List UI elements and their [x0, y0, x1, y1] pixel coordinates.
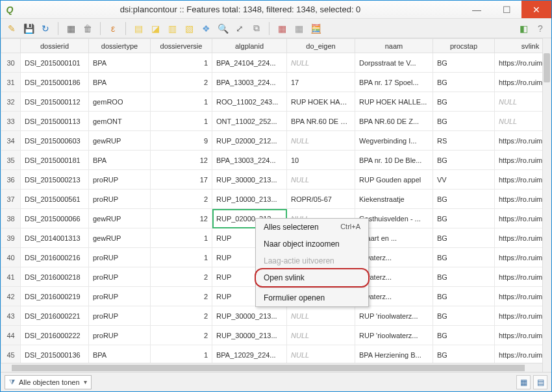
cell-procstap[interactable]: BG	[433, 53, 495, 73]
cell-do_eigen[interactable]: BPA NR.60 DE Z...	[287, 112, 355, 131]
cell-dossierversie[interactable]: 2	[151, 267, 212, 287]
context-menu-item[interactable]: Formulier openen	[256, 289, 368, 306]
cell-dossiertype[interactable]: proRUP	[89, 326, 151, 345]
cell-dossierversie[interactable]: 1	[151, 92, 212, 112]
cell-dossierid[interactable]: DSI_2016000221	[21, 306, 89, 326]
edit-icon[interactable]: ✎	[5, 21, 19, 36]
cell-dossiertype[interactable]: proRUP	[89, 190, 151, 209]
column-header-dossiertype[interactable]: dossiertype	[89, 39, 151, 53]
cell-algplanid[interactable]: BPA_12029_224...	[212, 345, 287, 365]
row-number[interactable]: 37	[1, 190, 21, 209]
cell-dossiertype[interactable]: proRUP	[89, 267, 151, 287]
cell-procstap[interactable]: BG	[433, 267, 495, 287]
conditional-format-icon[interactable]: ◧	[516, 21, 531, 36]
cell-dossiertype[interactable]: gemROO	[89, 92, 151, 112]
cell-dossierid[interactable]: DSI_2015000136	[21, 345, 89, 365]
cell-naam[interactable]: RUP 'rioolwaterz...	[355, 306, 433, 326]
row-number[interactable]: 45	[1, 345, 21, 365]
column-header-procstap[interactable]: procstap	[433, 39, 495, 53]
expression-icon[interactable]: ε	[106, 21, 120, 36]
cell-dossierid[interactable]: DSI_2015000101	[21, 53, 89, 73]
filter-selection-icon[interactable]: ▧	[182, 21, 196, 36]
cell-do_eigen[interactable]: ROPR/05-67	[287, 190, 355, 209]
cell-dossierid[interactable]: DSI_2015000603	[21, 131, 89, 151]
minimize-button[interactable]: —	[462, 1, 492, 18]
cell-procstap[interactable]: BG	[433, 151, 495, 170]
cell-naam[interactable]: BPA NR.60 DE Z...	[355, 112, 433, 131]
pan-to-selected-icon[interactable]: ⤢	[232, 21, 247, 36]
cell-dossiertype[interactable]: proRUP	[89, 248, 151, 267]
cell-do_eigen[interactable]: 17	[287, 73, 355, 92]
cell-dossierversie[interactable]: 2	[151, 326, 212, 345]
cell-dossierversie[interactable]: 1	[151, 248, 212, 267]
cell-dossierversie[interactable]: 2	[151, 73, 212, 92]
cell-dossierversie[interactable]: 17	[151, 170, 212, 190]
cell-procstap[interactable]: VV	[433, 170, 495, 190]
cell-dossierid[interactable]: DSI_2016000216	[21, 248, 89, 267]
cell-dossiertype[interactable]: proRUP	[89, 287, 151, 306]
cell-dossierversie[interactable]: 1	[151, 345, 212, 365]
cell-algplanid[interactable]: RUP_30000_213...	[212, 170, 287, 190]
row-number[interactable]: 43	[1, 306, 21, 326]
column-header-naam[interactable]: naam	[355, 39, 433, 53]
copy-icon[interactable]: ⧉	[249, 21, 264, 36]
table-row[interactable]: 37DSI_2015000561proRUP2RUP_10000_213...R…	[1, 190, 552, 209]
help-icon[interactable]: ?	[533, 21, 547, 36]
column-header-dossierversie[interactable]: dossierversie	[151, 39, 212, 53]
close-button[interactable]: ✕	[521, 1, 551, 18]
cell-dossiertype[interactable]: gewRUP	[89, 209, 151, 228]
cell-algplanid[interactable]: BPA_13003_224...	[212, 151, 287, 170]
horizontal-scrollbar[interactable]	[1, 363, 542, 372]
row-number[interactable]: 33	[1, 112, 21, 131]
cell-algplanid[interactable]: ROO_11002_243...	[212, 92, 287, 112]
cell-dossierid[interactable]: DSI_2016000222	[21, 326, 89, 345]
cell-dossierversie[interactable]: 2	[151, 306, 212, 326]
table-row[interactable]: 36DSI_2015000213proRUP17RUP_30000_213...…	[1, 170, 552, 190]
cell-dossiertype[interactable]: BPA	[89, 73, 151, 92]
cell-procstap[interactable]: BG	[433, 112, 495, 131]
filter-dropdown[interactable]: ⧩ Alle objecten tonen ▾	[5, 375, 92, 389]
table-row[interactable]: 34DSI_2015000603gewRUP9RUP_02000_212...N…	[1, 131, 552, 151]
cell-dossierid[interactable]: DSI_2016000218	[21, 267, 89, 287]
cell-do_eigen[interactable]: RUP HOEK HALLE...	[287, 92, 355, 112]
cell-naam[interactable]: BPA nr. 17 Spoel...	[355, 73, 433, 92]
cell-do_eigen[interactable]: NULL	[287, 306, 355, 326]
cell-dossiertype[interactable]: gemONT	[89, 112, 151, 131]
cell-dossiertype[interactable]: proRUP	[89, 306, 151, 326]
cell-naam[interactable]: BPA Herziening B...	[355, 345, 433, 365]
row-number[interactable]: 38	[1, 209, 21, 228]
cell-dossiertype[interactable]: gewRUP	[89, 131, 151, 151]
cell-do_eigen[interactable]: NULL	[287, 345, 355, 365]
cell-dossiertype[interactable]: BPA	[89, 345, 151, 365]
cell-dossierversie[interactable]: 2	[151, 190, 212, 209]
cell-dossiertype[interactable]: BPA	[89, 151, 151, 170]
cell-dossierid[interactable]: DSI_2015000113	[21, 112, 89, 131]
cell-dossierid[interactable]: DSI_2016000219	[21, 287, 89, 306]
cell-dossierid[interactable]: DSI_2015000186	[21, 73, 89, 92]
cell-do_eigen[interactable]: 10	[287, 151, 355, 170]
cell-procstap[interactable]: BG	[433, 228, 495, 248]
cell-dossierversie[interactable]: 12	[151, 151, 212, 170]
cell-dossierversie[interactable]: 9	[151, 131, 212, 151]
save-icon[interactable]: 💾	[21, 21, 36, 36]
field-calculator-icon[interactable]: 🧮	[308, 21, 323, 36]
cell-do_eigen[interactable]: NULL	[287, 53, 355, 73]
row-number[interactable]: 30	[1, 53, 21, 73]
cell-dossierid[interactable]: DSI_2015000213	[21, 170, 89, 190]
context-menu-item[interactable]: Open svlink	[256, 269, 368, 286]
cell-dossierversie[interactable]: 1	[151, 53, 212, 73]
row-number[interactable]: 36	[1, 170, 21, 190]
form-view-button[interactable]: ▤	[533, 375, 547, 389]
cell-algplanid[interactable]: RUP_10000_213...	[212, 190, 287, 209]
cell-algplanid[interactable]: ONT_11002_252...	[212, 112, 287, 131]
cell-algplanid[interactable]: RUP_30000_213...	[212, 326, 287, 345]
column-header-do_eigen[interactable]: do_eigen	[287, 39, 355, 53]
row-number[interactable]: 41	[1, 267, 21, 287]
cell-do_eigen[interactable]: NULL	[287, 326, 355, 345]
context-menu-item[interactable]: Naar object inzoomen	[256, 236, 368, 252]
cell-dossierversie[interactable]: 1	[151, 228, 212, 248]
column-header-dossierid[interactable]: dossierid	[21, 39, 89, 53]
table-row[interactable]: 32DSI_2015000112gemROO1ROO_11002_243...R…	[1, 92, 552, 112]
add-feature-icon[interactable]: ▦	[64, 21, 78, 36]
row-number[interactable]: 31	[1, 73, 21, 92]
